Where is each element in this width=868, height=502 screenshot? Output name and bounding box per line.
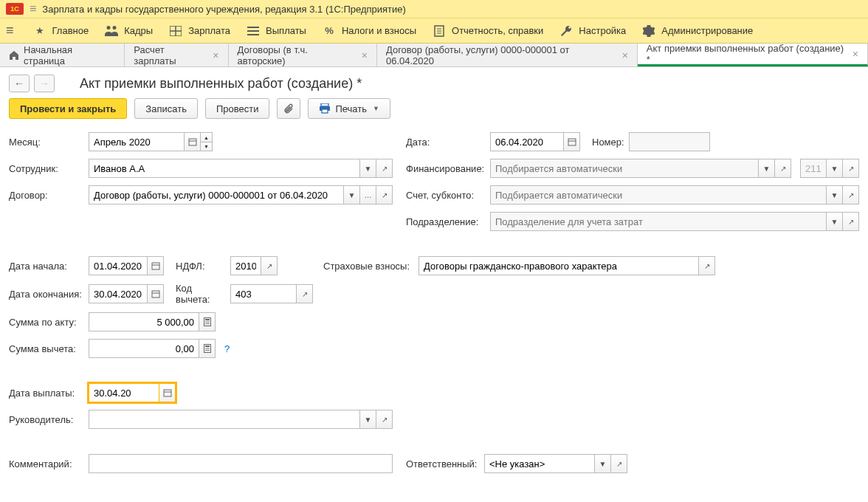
menu-admin[interactable]: Администрирование [642, 24, 753, 38]
svg-rect-37 [164, 390, 171, 396]
print-button[interactable]: Печать ▼ [308, 98, 390, 119]
calendar-icon[interactable] [148, 256, 164, 275]
calculator-icon[interactable] [199, 339, 216, 358]
svg-point-26 [205, 323, 207, 325]
end-label: Дата окончания: [9, 289, 84, 300]
sum-input[interactable] [89, 312, 199, 331]
close-icon[interactable]: × [622, 49, 628, 61]
tab-act[interactable]: Акт приемки выполненных работ (создание)… [638, 44, 868, 66]
comment-input[interactable] [89, 454, 393, 473]
post-button[interactable]: Провести [205, 98, 270, 119]
menu-hamburger-icon[interactable]: ≡ [6, 23, 14, 38]
date-input[interactable] [490, 132, 564, 151]
open-icon[interactable]: ↗ [611, 454, 627, 473]
menu-main[interactable]: ★ Главное [33, 24, 89, 38]
help-icon[interactable]: ? [224, 343, 230, 354]
nav-forward-button[interactable]: → [34, 75, 55, 92]
save-button[interactable]: Записать [134, 98, 198, 119]
tab-contract[interactable]: Договор (работы, услуги) 0000-000001 от … [377, 44, 638, 66]
date-label: Дата: [406, 137, 486, 148]
financing-input[interactable] [490, 159, 759, 178]
deduction-code-input[interactable] [230, 284, 297, 303]
open-icon[interactable]: ↗ [843, 212, 859, 231]
month-input[interactable] [89, 132, 185, 151]
menu-settings[interactable]: Настройка [559, 24, 626, 38]
close-icon[interactable]: × [213, 49, 218, 61]
chevron-down-icon[interactable]: ▼ [344, 185, 360, 204]
menu-reports[interactable]: Отчетность, справки [433, 24, 543, 38]
tab-contracts[interactable]: Договоры (в т.ч. авторские) × [229, 44, 377, 66]
end-input[interactable] [89, 284, 148, 303]
chevron-down-icon[interactable]: ▼ [759, 159, 775, 178]
financing-label: Финансирование: [406, 163, 486, 174]
ndfl-label: НДФЛ: [176, 261, 226, 272]
close-icon[interactable]: × [362, 49, 368, 61]
ndfl-input[interactable] [230, 256, 261, 275]
step-up-button[interactable]: ▲ [201, 132, 213, 142]
menu-taxes[interactable]: % Налоги и взносы [323, 24, 416, 38]
contract-input[interactable] [89, 185, 344, 204]
open-icon[interactable]: ↗ [775, 159, 791, 178]
manager-input[interactable] [89, 410, 360, 429]
page-title: Акт приемки выполненных работ (создание)… [80, 76, 362, 92]
calendar-icon[interactable] [159, 383, 176, 402]
manager-label: Руководитель: [9, 414, 84, 425]
insurance-input[interactable] [418, 256, 699, 275]
close-icon[interactable]: × [852, 48, 858, 60]
account-input[interactable] [490, 185, 827, 204]
payment-date-input[interactable] [89, 383, 159, 402]
calendar-icon[interactable] [564, 132, 580, 151]
svg-rect-12 [322, 109, 328, 113]
svg-rect-17 [152, 263, 159, 269]
title-hamburger-icon[interactable]: ≡ [30, 2, 36, 16]
tab-calc[interactable]: Расчет зарплаты × [125, 44, 228, 66]
open-icon[interactable]: ↗ [376, 410, 393, 429]
chevron-down-icon[interactable]: ▼ [827, 159, 843, 178]
financing-code-input[interactable] [800, 159, 827, 178]
menu-staff[interactable]: Кадры [105, 24, 153, 38]
grid-icon [169, 24, 182, 38]
deduction-sum-label: Сумма вычета: [9, 343, 84, 354]
attachment-button[interactable] [277, 98, 300, 119]
open-icon[interactable]: ↗ [843, 159, 859, 178]
open-icon[interactable]: ↗ [376, 185, 393, 204]
calculator-icon[interactable] [199, 312, 216, 331]
deduction-code-label: Код вычета: [176, 283, 226, 305]
tab-home[interactable]: Начальная страница [0, 44, 125, 66]
open-icon[interactable]: ↗ [699, 256, 715, 275]
menu-salary[interactable]: Зарплата [169, 24, 230, 38]
svg-point-35 [207, 350, 208, 351]
dept-label: Подразделение: [406, 216, 486, 227]
open-icon[interactable]: ↗ [376, 159, 393, 178]
star-icon: ★ [33, 24, 46, 38]
svg-point-34 [205, 350, 207, 351]
nav-back-button[interactable]: ← [9, 75, 30, 92]
number-input[interactable] [629, 132, 710, 151]
month-label: Месяц: [9, 137, 84, 148]
svg-point-27 [207, 323, 208, 325]
printer-icon [319, 103, 331, 114]
svg-point-31 [205, 348, 207, 349]
menu-payments[interactable]: Выплаты [247, 24, 306, 38]
chevron-down-icon[interactable]: ▼ [827, 185, 843, 204]
comment-label: Комментарий: [9, 458, 84, 470]
responsible-input[interactable] [484, 454, 595, 473]
calendar-icon[interactable] [148, 284, 164, 303]
chevron-down-icon[interactable]: ▼ [360, 410, 376, 429]
post-and-close-button[interactable]: Провести и закрыть [9, 98, 127, 119]
chevron-down-icon[interactable]: ▼ [827, 212, 843, 231]
step-down-button[interactable]: ▼ [201, 142, 213, 151]
chevron-down-icon[interactable]: ▼ [360, 159, 376, 178]
employee-input[interactable] [89, 159, 360, 178]
start-input[interactable] [89, 256, 148, 275]
chevron-down-icon[interactable]: ▼ [595, 454, 611, 473]
open-icon[interactable]: ↗ [261, 256, 278, 275]
ellipsis-icon[interactable]: … [360, 185, 376, 204]
dept-input[interactable] [490, 212, 827, 231]
sum-label: Сумма по акту: [9, 317, 84, 328]
open-icon[interactable]: ↗ [297, 284, 313, 303]
open-icon[interactable]: ↗ [843, 185, 859, 204]
calendar-icon[interactable] [185, 132, 201, 151]
deduction-sum-input[interactable] [89, 339, 199, 358]
content: ← → Акт приемки выполненных работ (созда… [0, 67, 868, 481]
